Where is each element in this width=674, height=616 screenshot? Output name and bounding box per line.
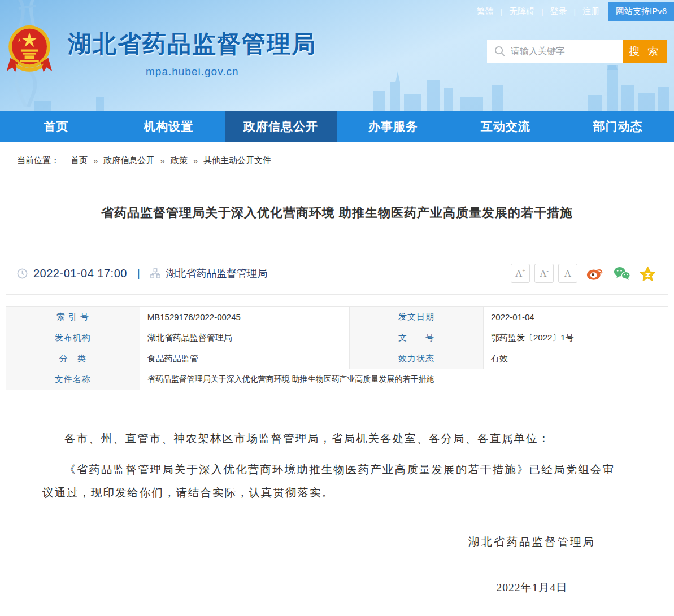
nav-item-services[interactable]: 办事服务 bbox=[337, 111, 449, 142]
table-row: 索 引 号 MB1529176/2022-00245 发文日期 2022-01-… bbox=[6, 307, 668, 327]
signature-block: 湖北省药品监督管理局 2022年1月4日 bbox=[42, 531, 595, 600]
utility-bar: 繁體 | 无障碍 | 登录 | 注册 网站支持IPv6 bbox=[477, 0, 674, 23]
clock-icon bbox=[17, 268, 28, 279]
table-row: 发布机构 湖北省药品监督管理局 文 号 鄂药监发〔2022〕1号 bbox=[6, 327, 668, 348]
meta-label-issue-date: 发文日期 bbox=[350, 307, 484, 327]
meta-label-publisher: 发布机构 bbox=[6, 327, 140, 348]
breadcrumb-other-docs[interactable]: 其他主动公开文件 bbox=[203, 155, 271, 166]
share-qzone-icon[interactable] bbox=[640, 266, 656, 281]
meta-label-category: 分 类 bbox=[6, 348, 140, 369]
breadcrumb-separator: » bbox=[93, 156, 98, 165]
domain-rule-right bbox=[247, 72, 309, 72]
breadcrumb-separator: » bbox=[193, 156, 198, 165]
article-meta-row: 2022-01-04 17:00 | 湖北省药品监督管理局 A+ A- A bbox=[6, 252, 668, 294]
breadcrumb-separator: » bbox=[160, 156, 164, 165]
meta-value-validity: 有效 bbox=[483, 348, 668, 369]
meta-value-index-number: MB1529176/2022-00245 bbox=[140, 307, 350, 327]
link-login[interactable]: 登录 bbox=[550, 6, 567, 17]
font-reset-button[interactable]: A bbox=[558, 264, 577, 283]
link-register[interactable]: 注册 bbox=[582, 6, 599, 17]
publish-source: 湖北省药品监督管理局 bbox=[166, 267, 268, 280]
meta-label-index-number: 索 引 号 bbox=[6, 307, 140, 327]
breadcrumb-home[interactable]: 首页 bbox=[71, 155, 88, 166]
document-meta-table: 索 引 号 MB1529176/2022-00245 发文日期 2022-01-… bbox=[6, 306, 668, 390]
link-accessibility[interactable]: 无障碍 bbox=[509, 6, 534, 17]
nav-item-gov-info[interactable]: 政府信息公开 bbox=[225, 111, 337, 142]
breadcrumb-gov-info[interactable]: 政府信息公开 bbox=[103, 155, 154, 166]
signature-date: 2022年1月4日 bbox=[468, 576, 595, 600]
document-body: 各市、州、直管市、神农架林区市场监督管理局，省局机关各处室、各分局、各直属单位：… bbox=[42, 427, 615, 616]
site-title[interactable]: 湖北省药品监督管理局 bbox=[68, 28, 317, 60]
domain-rule-left bbox=[76, 72, 138, 72]
font-decrease-button[interactable]: A- bbox=[534, 264, 554, 283]
body-paragraph: 《省药品监督管理局关于深入优化营商环境助推生物医药产业高质量发展的若干措施》已经… bbox=[42, 458, 615, 505]
share-wechat-icon[interactable] bbox=[613, 266, 630, 281]
meta-value-publisher: 湖北省药品监督管理局 bbox=[140, 327, 350, 348]
body-paragraph: 各市、州、直管市、神农架林区市场监督管理局，省局机关各处室、各分局、各直属单位： bbox=[42, 427, 615, 451]
main-nav: 首页 机构设置 政府信息公开 办事服务 互动交流 部门动态 bbox=[0, 111, 674, 142]
site-domain: mpa.hubei.gov.cn bbox=[68, 65, 317, 78]
nav-item-home[interactable]: 首页 bbox=[0, 111, 112, 142]
meta-value-doc-number: 鄂药监发〔2022〕1号 bbox=[483, 327, 668, 348]
table-row: 分 类 食品药品监管 效力状态 有效 bbox=[6, 348, 668, 369]
source-org-icon bbox=[150, 268, 160, 278]
meta-label-doc-number: 文 号 bbox=[350, 327, 484, 348]
meta-value-doc-title: 省药品监督管理局关于深入优化营商环境 助推生物医药产业高质量发展的若干措施 bbox=[140, 369, 668, 390]
search-icon bbox=[494, 46, 505, 56]
divider-bottom bbox=[6, 294, 668, 295]
breadcrumb: 当前位置： 首页 » 政府信息公开 » 政策 » 其他主动公开文件 bbox=[0, 142, 674, 176]
publish-date: 2022-01-04 17:00 bbox=[33, 267, 127, 280]
link-traditional-chinese[interactable]: 繁體 bbox=[477, 6, 494, 17]
nav-item-department-news[interactable]: 部门动态 bbox=[562, 111, 674, 142]
meta-separator: | bbox=[137, 268, 140, 279]
nav-item-organization[interactable]: 机构设置 bbox=[112, 111, 225, 142]
breadcrumb-label: 当前位置： bbox=[17, 155, 59, 166]
site-header: 繁體 | 无障碍 | 登录 | 注册 网站支持IPv6 湖北省药品监督管理局 m bbox=[0, 0, 674, 111]
article-title: 省药品监督管理局关于深入优化营商环境 助推生物医药产业高质量发展的若干措施 bbox=[6, 204, 668, 221]
national-emblem-logo[interactable] bbox=[6, 25, 53, 77]
topbar-separator: | bbox=[574, 7, 576, 16]
search-button[interactable]: 搜 索 bbox=[623, 40, 667, 63]
topbar-separator: | bbox=[541, 7, 543, 16]
signature-org: 湖北省药品监督管理局 bbox=[468, 531, 595, 554]
meta-value-issue-date: 2022-01-04 bbox=[483, 307, 668, 327]
ipv6-support-button[interactable]: 网站支持IPv6 bbox=[608, 2, 674, 21]
breadcrumb-policy[interactable]: 政策 bbox=[171, 155, 188, 166]
font-increase-button[interactable]: A+ bbox=[511, 264, 530, 283]
topbar-separator: | bbox=[501, 7, 502, 16]
meta-label-validity: 效力状态 bbox=[350, 348, 484, 369]
search-input[interactable] bbox=[487, 40, 623, 63]
share-weibo-icon[interactable] bbox=[586, 266, 604, 281]
nav-item-interaction[interactable]: 互动交流 bbox=[449, 111, 562, 142]
site-search: 搜 索 bbox=[487, 40, 667, 63]
table-row: 文件名称 省药品监督管理局关于深入优化营商环境 助推生物医药产业高质量发展的若干… bbox=[6, 369, 668, 390]
meta-label-doc-title: 文件名称 bbox=[6, 369, 140, 390]
meta-value-category: 食品药品监管 bbox=[140, 348, 350, 369]
